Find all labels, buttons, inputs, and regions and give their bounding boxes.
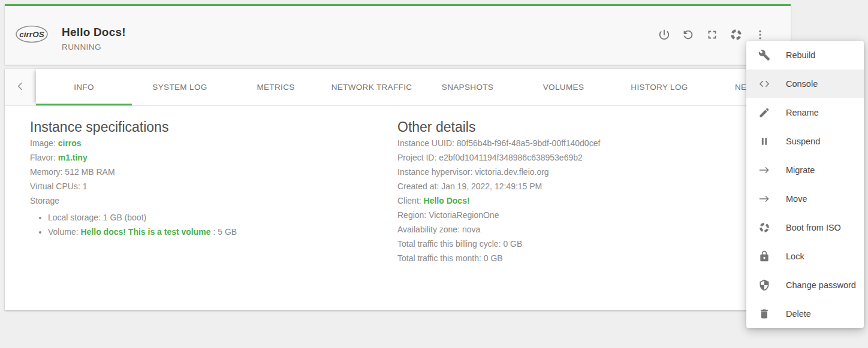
menu-item-delete[interactable]: Delete xyxy=(746,299,864,328)
tab-metrics[interactable]: METRICS xyxy=(228,69,324,105)
menu-item-change-password[interactable]: Change password xyxy=(746,271,864,299)
tab-bar: INFO SYSTEM LOG METRICS NETWORK TRAFFIC … xyxy=(5,69,791,106)
detail-row-created-at: Created at: Jan 19, 2022, 12:49:15 PM xyxy=(397,179,791,193)
spec-row-vcpus: Virtual CPUs: 1 xyxy=(30,179,397,193)
tab-network-traffic[interactable]: NETWORK TRAFFIC xyxy=(324,69,420,105)
detail-row-traffic-billing-cycle: Total traffic this billing cycle: 0 GB xyxy=(397,237,791,251)
tab-snapshots[interactable]: SNAPSHOTS xyxy=(420,69,516,105)
trash-icon xyxy=(758,308,770,320)
detail-row-traffic-month: Total traffic this month: 0 GB xyxy=(397,251,791,265)
boot-from-iso-icon xyxy=(730,28,743,41)
tabs-scroll-left-button[interactable] xyxy=(5,69,36,105)
reboot-button[interactable] xyxy=(682,28,695,41)
detail-row-client: Client: Hello Docs! xyxy=(397,193,791,208)
wrench-icon xyxy=(758,49,770,61)
cirros-logo-text: cirrOS xyxy=(19,30,44,39)
menu-item-console[interactable]: Console xyxy=(746,69,864,98)
arrow-right-icon xyxy=(758,193,770,205)
other-details-section: Other details Instance UUID: 80f56b4b-f9… xyxy=(397,118,791,310)
menu-item-suspend[interactable]: Suspend xyxy=(746,127,864,156)
image-link[interactable]: cirros xyxy=(58,138,82,148)
pause-icon xyxy=(758,135,770,147)
cirros-logo: cirrOS xyxy=(14,22,49,47)
other-details-heading: Other details xyxy=(397,118,791,136)
boot-from-iso-button[interactable] xyxy=(730,28,743,41)
boot-from-iso-icon xyxy=(758,222,770,234)
menu-item-rebuild[interactable]: Rebuild xyxy=(746,41,864,69)
tab-system-log[interactable]: SYSTEM LOG xyxy=(132,69,228,105)
instance-header-card: cirrOS Hello Docs! RUNNING xyxy=(5,4,791,65)
detail-row-region: Region: VictoriaRegionOne xyxy=(397,208,791,222)
instance-specifications-section: Instance specifications Image: cirros Fl… xyxy=(30,118,397,310)
spec-row-memory: Memory: 512 MB RAM xyxy=(30,165,397,179)
volume-link[interactable]: Hello docs! This is a test volume xyxy=(80,227,210,237)
menu-item-rename[interactable]: Rename xyxy=(746,98,864,127)
tab-info[interactable]: INFO xyxy=(36,69,132,105)
detail-row-uuid: Instance UUID: 80f56b4b-f96f-48a5-9bdf-0… xyxy=(397,136,791,150)
menu-item-lock[interactable]: Lock xyxy=(746,242,864,271)
pencil-icon xyxy=(758,107,770,119)
lock-icon xyxy=(758,250,770,262)
storage-label: Storage xyxy=(30,193,397,208)
info-tab-content: Instance specifications Image: cirros Fl… xyxy=(5,106,791,310)
header-actions xyxy=(658,28,767,41)
instance-actions-menu: Rebuild Console Rename Suspend Migrate M… xyxy=(746,41,864,328)
spec-row-flavor: Flavor: m1.tiny xyxy=(30,150,397,165)
storage-list: Local storage: 1 GB (boot) Volume: Hello… xyxy=(30,210,397,239)
instance-specifications-heading: Instance specifications xyxy=(30,118,397,136)
fullscreen-console-icon xyxy=(706,28,719,41)
instance-detail-card: INFO SYSTEM LOG METRICS NETWORK TRAFFIC … xyxy=(5,69,791,310)
instance-status: RUNNING xyxy=(62,43,126,52)
detail-row-project-id: Project ID: e2bf0d1041194f348986c638953e… xyxy=(397,150,791,165)
power-icon xyxy=(658,28,671,41)
shield-icon xyxy=(758,279,770,291)
menu-item-migrate[interactable]: Migrate xyxy=(746,156,864,184)
detail-row-availability-zone: Availability zone: nova xyxy=(397,222,791,237)
code-icon xyxy=(758,78,770,90)
detail-row-hypervisor: Instance hypervisor: victoria.dev.fleio.… xyxy=(397,165,791,179)
more-actions-icon xyxy=(754,28,767,41)
menu-item-move[interactable]: Move xyxy=(746,184,864,213)
reboot-icon xyxy=(682,28,695,41)
client-link[interactable]: Hello Docs! xyxy=(424,196,470,205)
menu-item-boot-from-iso[interactable]: Boot from ISO xyxy=(746,213,864,242)
power-button[interactable] xyxy=(658,28,671,41)
instance-title: Hello Docs! xyxy=(62,26,126,39)
tab-strip: INFO SYSTEM LOG METRICS NETWORK TRAFFIC … xyxy=(36,69,791,105)
chevron-left-icon xyxy=(14,80,26,94)
arrow-right-icon xyxy=(758,164,770,176)
instance-title-block: Hello Docs! RUNNING xyxy=(62,26,126,52)
storage-item-volume: Volume: Hello docs! This is a test volum… xyxy=(48,225,397,239)
tab-volumes[interactable]: VOLUMES xyxy=(516,69,611,105)
console-fullscreen-button[interactable] xyxy=(706,28,719,41)
flavor-link[interactable]: m1.tiny xyxy=(58,153,88,162)
spec-row-image: Image: cirros xyxy=(30,136,397,150)
tab-history-log[interactable]: HISTORY LOG xyxy=(611,69,707,105)
more-actions-button[interactable] xyxy=(754,28,767,41)
storage-item-local: Local storage: 1 GB (boot) xyxy=(48,210,397,225)
